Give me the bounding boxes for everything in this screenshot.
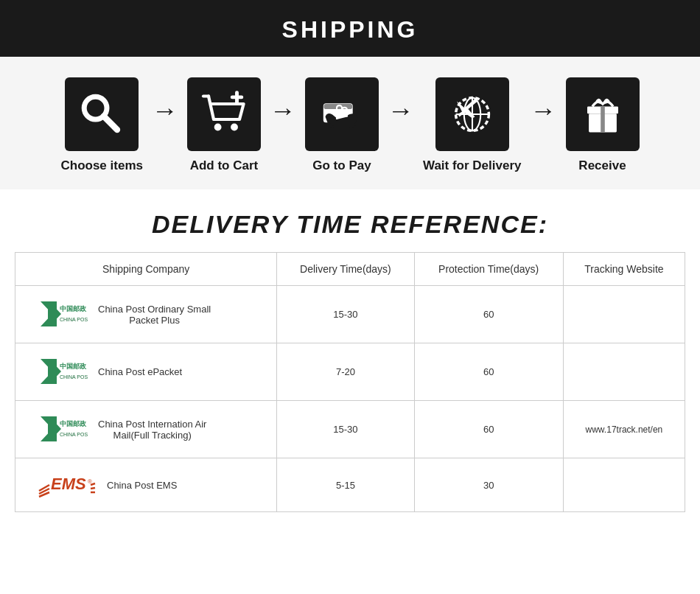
choose-items-icon [65,77,139,151]
step-add-to-cart: Add to Cart [187,77,261,173]
col-header-protection: Protection Time(days) [414,253,563,286]
svg-rect-17 [48,301,57,326]
svg-rect-21 [48,359,57,384]
shipping-table: Shipping Company Delivery Time(days) Pro… [15,252,685,512]
tracking-website-3: www.17track.net/en [563,401,685,458]
arrow-1: → [152,95,178,126]
step-wait-delivery: Wait for Delivery [423,77,522,173]
col-header-delivery: Delivery Time(days) [277,253,414,286]
svg-text:中国邮政: 中国邮政 [60,420,87,427]
delivery-time-3: 15-30 [277,401,414,458]
wait-delivery-icon [435,77,509,151]
tracking-website-2 [563,343,685,401]
step-add-to-cart-label: Add to Cart [190,158,259,173]
step-go-to-pay: Go to Pay [305,77,379,173]
company-name-2: China Post ePacket [98,366,182,377]
delivery-title: DELIVERY TIME REFERENCE: [0,210,700,239]
company-cell-2: 中国邮政 CHINA POST China Post ePacket [15,343,277,401]
svg-line-34 [91,488,95,489]
svg-text:CHINA POST: CHINA POST [60,317,88,322]
table-row: 中国邮政 CHINA POST China Post Internation A… [15,401,685,458]
svg-text:CHINA POST: CHINA POST [60,374,88,380]
table-row: 中国邮政 CHINA POST China Post Ordinary Smal… [15,286,685,343]
svg-rect-15 [601,107,605,133]
svg-rect-25 [48,416,57,441]
company-name-4: China Post EMS [107,480,177,491]
table-section: Shipping Company Delivery Time(days) Pro… [0,252,700,534]
svg-text:中国邮政: 中国邮政 [60,305,87,312]
step-choose-items: Choose items [60,77,142,173]
company-cell-4: EMS ® China Post EMS [15,458,277,512]
step-receive-label: Receive [578,158,626,173]
protection-time-2: 60 [414,343,563,401]
svg-line-1 [104,116,117,130]
company-name-1: China Post Ordinary SmallPacket Plus [98,304,211,326]
tracking-website-1 [563,286,685,343]
delivery-time-2: 7-20 [277,343,414,401]
step-go-to-pay-label: Go to Pay [312,158,371,173]
process-section: Choose items → Add to Cart → [0,57,700,189]
delivery-time-1: 15-30 [277,286,414,343]
col-header-tracking: Tracking Website [563,253,685,286]
page-header: SHIPPING [0,0,700,57]
protection-time-3: 60 [414,401,563,458]
svg-text:中国邮政: 中国邮政 [60,363,87,370]
tracking-website-4 [563,458,685,512]
china-post-logo: 中国邮政 CHINA POST [38,298,88,331]
company-name-3: China Post Internation AirMail(Full Trac… [98,419,206,441]
step-choose-items-label: Choose items [60,158,142,173]
table-row: EMS ® China Post EMS [15,458,685,512]
svg-text:EMS: EMS [51,475,86,493]
arrow-2: → [270,95,296,126]
protection-time-1: 60 [414,286,563,343]
step-receive: Receive [566,77,640,173]
tracking-url: www.17track.net/en [586,424,663,435]
china-post-logo-2: 中国邮政 CHINA POST [38,355,88,388]
arrow-4: → [531,95,557,126]
go-to-pay-icon [305,77,379,151]
col-header-company: Shipping Company [15,253,277,286]
svg-point-3 [214,124,222,131]
arrow-3: → [388,95,414,126]
svg-point-4 [231,124,238,131]
ems-logo: EMS ® [38,470,97,500]
table-header-row: Shipping Company Delivery Time(days) Pro… [15,253,685,286]
company-cell-3: 中国邮政 CHINA POST China Post Internation A… [15,401,277,458]
delivery-time-4: 5-15 [277,458,414,512]
receive-icon [566,77,640,151]
company-cell-1: 中国邮政 CHINA POST China Post Ordinary Smal… [15,286,277,343]
page-title: SHIPPING [0,16,700,43]
step-wait-delivery-label: Wait for Delivery [423,158,522,173]
delivery-section: DELIVERY TIME REFERENCE: [0,189,700,252]
svg-text:CHINA POST: CHINA POST [60,432,88,437]
table-row: 中国邮政 CHINA POST China Post ePacket 7-20 … [15,343,685,401]
china-post-logo-3: 中国邮政 CHINA POST [38,413,88,446]
add-to-cart-icon [187,77,261,151]
protection-time-4: 30 [414,458,563,512]
